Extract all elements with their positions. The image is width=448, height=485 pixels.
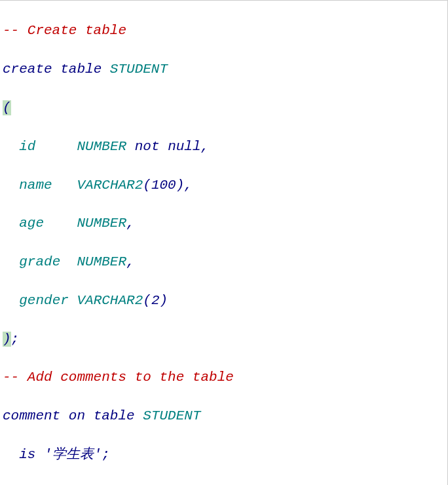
rparen: ) [160, 293, 168, 308]
sql-comment: -- Create table [3, 23, 126, 38]
keyword-on: on [69, 408, 85, 423]
code-line: is '学生表'; [3, 445, 445, 464]
comma: , [126, 254, 135, 269]
column-name: name [19, 178, 52, 193]
column-age: age [19, 216, 44, 231]
comma: , [201, 139, 210, 154]
identifier-student: STUDENT [143, 408, 200, 423]
code-line: id NUMBER not null, [3, 137, 445, 156]
code-line: ); [3, 330, 445, 349]
column-gender: gender [19, 293, 69, 308]
comma: , [184, 178, 193, 193]
spacing [60, 254, 69, 269]
number-literal: 100 [151, 178, 176, 193]
number-literal: 2 [151, 293, 160, 308]
keyword-create: create [3, 62, 52, 77]
code-line: ( [3, 98, 445, 117]
code-line: comment on table STUDENT [3, 406, 445, 425]
spacing [52, 178, 69, 193]
code-line: -- Create table [3, 21, 445, 40]
code-line: grade NUMBER, [3, 252, 445, 271]
keyword-table: table [60, 62, 102, 77]
code-line: gender VARCHAR2(2) [3, 291, 445, 310]
type-number: NUMBER [77, 216, 126, 231]
identifier-student: STUDENT [110, 62, 168, 77]
code-line: name VARCHAR2(100), [3, 176, 445, 195]
lparen: ( [143, 178, 151, 193]
lparen: ( [143, 293, 151, 308]
code-line: create table STUDENT [3, 60, 445, 79]
keyword-not: not [135, 139, 160, 154]
sql-code-block: -- Create table create table STUDENT ( i… [0, 0, 448, 485]
type-varchar2: VARCHAR2 [77, 293, 143, 308]
string-literal: '学生表' [44, 447, 102, 462]
code-line: -- Add comments to the table [3, 368, 445, 387]
semicolon: ; [11, 332, 20, 347]
sql-comment: -- Add comments to the table [3, 370, 242, 385]
close-paren-highlight: ) [3, 332, 11, 347]
type-number: NUMBER [77, 139, 126, 154]
open-paren-highlight: ( [3, 100, 11, 115]
comma: , [126, 216, 135, 231]
spacing [35, 139, 68, 154]
keyword-null: null [168, 139, 200, 154]
keyword-comment: comment [3, 408, 60, 423]
spacing [44, 216, 69, 231]
column-grade: grade [19, 254, 60, 269]
keyword-is: is [19, 447, 35, 462]
type-number: NUMBER [77, 254, 126, 269]
keyword-table: table [94, 408, 135, 423]
column-id: id [19, 139, 35, 154]
code-line: age NUMBER, [3, 214, 445, 233]
semicolon: ; [102, 447, 110, 462]
rparen: ) [176, 178, 185, 193]
type-varchar2: VARCHAR2 [77, 178, 143, 193]
